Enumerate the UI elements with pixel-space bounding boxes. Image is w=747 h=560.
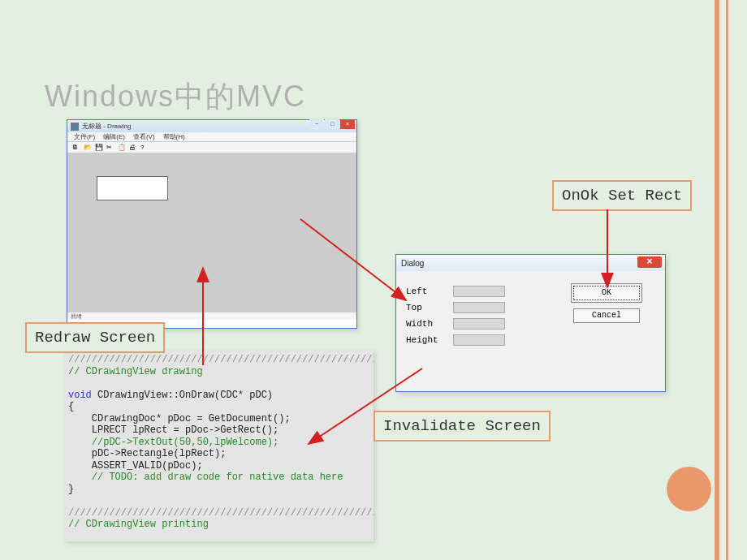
code-line: CDrawingDoc* pDoc = GetDocument();: [68, 413, 291, 424]
cut-icon[interactable]: ✂: [106, 144, 114, 152]
code-keyword: void: [68, 390, 92, 401]
code-line: ////////////////////////////////////////…: [68, 507, 374, 519]
ok-button[interactable]: OK: [573, 286, 640, 300]
drawing-statusbar: 就绪: [67, 312, 356, 320]
menu-view[interactable]: 查看(V): [133, 132, 155, 141]
code-line: }: [68, 484, 74, 495]
callout-redraw: Redraw Screen: [25, 322, 165, 353]
window-controls: − □ ×: [309, 119, 355, 129]
code-line: ////////////////////////////////////////…: [68, 354, 374, 365]
code-line: // TODO: add draw code for native data h…: [68, 472, 343, 483]
open-icon[interactable]: 📂: [84, 144, 92, 152]
drawn-rectangle: [97, 176, 168, 200]
drawing-title-text: 无标题 - Drawing: [82, 122, 131, 131]
input-top[interactable]: [453, 302, 505, 313]
drawing-app-window: 无标题 - Drawing − □ × 文件(F) 编辑(E) 查看(V) 帮助…: [67, 119, 357, 329]
close-button[interactable]: ×: [340, 119, 355, 129]
dialog-close-button[interactable]: ×: [637, 256, 662, 268]
label-width: Width: [406, 319, 448, 329]
dialog-body: Left Top Width Height OK Cancel: [396, 271, 665, 365]
callout-onok: OnOk Set Rect: [552, 180, 692, 211]
code-line: CDrawingView::OnDraw(CDC* pDC): [92, 390, 273, 401]
slide-right-accent: [715, 0, 747, 560]
drawing-client-area: [67, 153, 356, 312]
label-top: Top: [406, 303, 448, 312]
slide-title: Windows中的MVC: [45, 77, 306, 117]
code-line: {: [68, 401, 74, 412]
menu-edit[interactable]: 编辑(E): [103, 132, 125, 141]
maximize-button[interactable]: □: [325, 119, 339, 129]
minimize-button[interactable]: −: [309, 119, 324, 129]
slide-circle-decor: [667, 467, 711, 511]
dialog-titlebar: Dialog ×: [396, 255, 665, 271]
menu-file[interactable]: 文件(F): [74, 132, 95, 141]
code-snippet: ////////////////////////////////////////…: [65, 351, 374, 541]
field-row-height: Height: [406, 334, 655, 346]
code-line: // CDrawingView printing: [68, 519, 209, 530]
print-icon[interactable]: 🖨: [129, 144, 137, 152]
save-icon[interactable]: 💾: [95, 144, 103, 152]
input-left[interactable]: [453, 286, 505, 297]
input-width[interactable]: [453, 318, 505, 330]
code-line: ASSERT_VALID(pDoc);: [68, 460, 203, 472]
input-height[interactable]: [453, 334, 505, 346]
drawing-toolbar: 🗎 📂 💾 ✂ 📋 🖨 ?: [67, 142, 356, 153]
cancel-button[interactable]: Cancel: [573, 308, 640, 323]
callout-invalidate: Invalidate Screen: [374, 411, 551, 442]
help-icon[interactable]: ?: [140, 144, 149, 152]
label-left: Left: [406, 286, 448, 296]
copy-icon[interactable]: 📋: [118, 144, 126, 152]
drawing-menubar: 文件(F) 编辑(E) 查看(V) 帮助(H): [67, 132, 356, 142]
code-line: pDC->Rectangle(lpRect);: [68, 448, 226, 459]
code-line: // CDrawingView drawing: [68, 366, 203, 377]
dialog-title-text: Dialog: [401, 259, 424, 268]
code-line: //pDC->TextOut(50,50,lpWelcome);: [68, 437, 279, 448]
drawing-titlebar: 无标题 - Drawing − □ ×: [67, 120, 356, 132]
label-height: Height: [406, 335, 448, 345]
menu-help[interactable]: 帮助(H): [163, 132, 185, 141]
app-icon: [71, 123, 79, 131]
code-line: LPRECT lpRect = pDoc->GetRect();: [68, 424, 279, 436]
dialog-buttons: OK Cancel: [573, 286, 640, 323]
dialog-window: Dialog × Left Top Width Height OK Cancel: [395, 254, 666, 392]
new-icon[interactable]: 🗎: [72, 144, 80, 152]
